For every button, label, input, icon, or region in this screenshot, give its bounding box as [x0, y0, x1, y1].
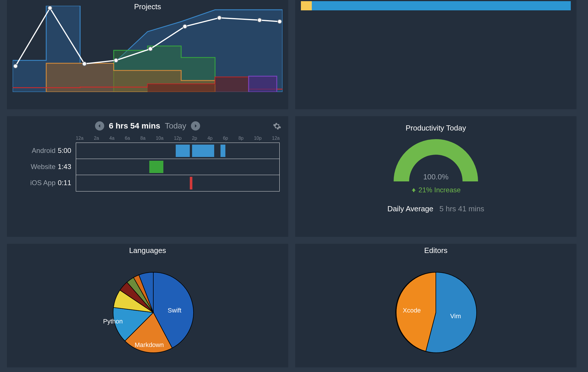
svg-point-3 — [114, 58, 118, 62]
pie-label-vim: Vim — [450, 312, 461, 320]
summary-bar-chart — [312, 17, 559, 103]
svg-point-7 — [258, 18, 262, 22]
summary-top-bar — [301, 1, 571, 10]
timeline-row-name: Website — [31, 163, 55, 171]
languages-panel: Languages Swift Markdown Python — [7, 244, 288, 367]
svg-point-1 — [48, 6, 52, 10]
svg-point-6 — [217, 16, 221, 20]
svg-point-5 — [183, 24, 187, 28]
editors-panel: Editors Vim Xcode — [295, 244, 577, 367]
pie-label-swift: Swift — [168, 307, 181, 314]
timeline-row-name: iOS App — [30, 179, 55, 187]
productivity-gauge: 100.0% — [393, 138, 479, 181]
timeline-row-name: Android — [32, 147, 56, 155]
svg-point-4 — [148, 47, 152, 51]
timeline-row-time: 5:00 — [58, 147, 71, 155]
pie-label-markdown: Markdown — [135, 341, 164, 348]
languages-title: Languages — [7, 244, 288, 255]
pie-label-xcode: Xcode — [403, 307, 421, 314]
projects-panel: Projects — [7, 0, 288, 109]
prev-day-button[interactable] — [95, 121, 104, 131]
timeline-row-time: 1:43 — [58, 163, 71, 171]
gauge-percent: 100.0% — [393, 172, 479, 181]
timeline-axis: 12a2a4a 6a8a10a 12p2p4p 6p8p10p 12a — [7, 131, 288, 143]
projects-chart — [13, 6, 283, 92]
svg-point-0 — [13, 64, 18, 68]
summary-bars-panel — [295, 0, 577, 109]
editors-title: Editors — [295, 244, 577, 255]
productivity-change: 21% Increase — [295, 186, 577, 194]
pie-label-python: Python — [103, 318, 123, 325]
editors-pie: Vim Xcode — [376, 258, 496, 356]
timeline-grid — [76, 143, 280, 191]
productivity-panel: Productivity Today 100.0% 21% Increase D… — [295, 116, 577, 237]
productivity-title: Productivity Today — [295, 121, 577, 133]
languages-pie: Swift Markdown Python — [87, 258, 208, 356]
settings-button[interactable] — [273, 122, 281, 132]
arrow-up-icon — [411, 187, 416, 193]
daily-average: Daily Average 5 hrs 41 mins — [295, 204, 577, 213]
timeline-total: 6 hrs 54 mins — [109, 121, 160, 131]
svg-point-8 — [278, 20, 282, 24]
next-day-button[interactable] — [191, 121, 200, 131]
timeline-panel: 6 hrs 54 mins Today 12a2a4a 6a8a10a 12p2… — [7, 116, 288, 237]
timeline-period: Today — [165, 121, 186, 131]
timeline-row-time: 0:11 — [58, 179, 71, 187]
svg-point-2 — [82, 62, 86, 66]
